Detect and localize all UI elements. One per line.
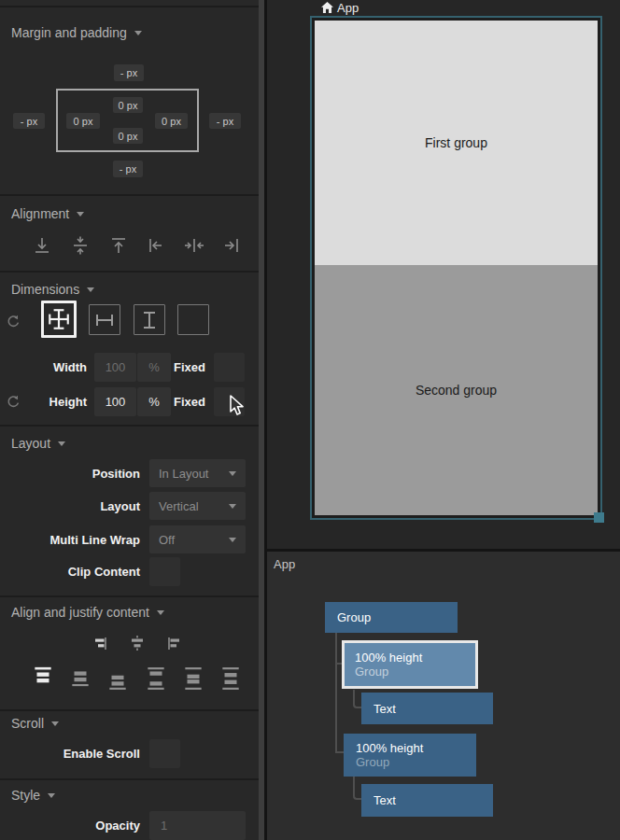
opacity-value: 1	[161, 819, 167, 833]
position-dropdown[interactable]: In Layout	[149, 459, 246, 487]
section-title: Dimensions	[11, 282, 79, 297]
justify-end-icon[interactable]	[92, 635, 108, 651]
height-fixed-label: Fixed	[174, 387, 211, 416]
width-value: 100	[106, 360, 126, 374]
height-unit-button[interactable]: %	[137, 387, 171, 416]
section-title: Margin and padding	[11, 25, 127, 40]
section-divider	[0, 425, 259, 427]
margin-top-value: - px	[120, 67, 137, 78]
opacity-input[interactable]: 1	[149, 811, 246, 840]
mouse-cursor	[229, 395, 246, 417]
first-group[interactable]: First group	[315, 21, 598, 265]
content-center-lines-icon[interactable]	[183, 666, 204, 691]
margin-right-value: - px	[217, 116, 233, 127]
width-input[interactable]: 100	[94, 353, 136, 382]
tree-connector	[335, 633, 337, 753]
margin-left-field[interactable]: - px	[13, 113, 45, 129]
padding-left-field[interactable]: 0 px	[66, 113, 100, 129]
canvas-breadcrumb[interactable]: App	[321, 1, 359, 15]
chevron-down-icon	[87, 287, 94, 292]
position-value: In Layout	[159, 467, 229, 481]
align-top-icon[interactable]	[108, 235, 129, 256]
align-left-icon[interactable]	[146, 235, 166, 256]
height-label: Height	[0, 387, 87, 416]
content-space-between-icon[interactable]	[146, 666, 166, 691]
chevron-down-icon	[229, 538, 236, 542]
dimension-mode-fill-both[interactable]	[41, 301, 77, 338]
section-header-style[interactable]: Style	[11, 788, 55, 803]
section-title: Style	[11, 788, 40, 803]
align-bottom-icon[interactable]	[32, 235, 52, 256]
section-divider	[0, 271, 259, 273]
opacity-label: Opacity	[0, 811, 140, 840]
layout-dropdown[interactable]: Vertical	[149, 492, 246, 520]
section-header-layout[interactable]: Layout	[11, 436, 65, 451]
section-title: Scroll	[11, 716, 44, 731]
align-horizontal-center-icon[interactable]	[184, 235, 204, 256]
dimension-mode-fill-none[interactable]	[177, 304, 209, 335]
section-divider	[0, 709, 259, 711]
node-title: 100% height	[356, 741, 476, 755]
multi-line-wrap-dropdown[interactable]: Off	[149, 525, 246, 553]
margin-bottom-value: - px	[120, 163, 136, 175]
clip-content-checkbox[interactable]	[149, 557, 180, 586]
padding-left-value: 0 px	[74, 116, 93, 127]
content-start-icon[interactable]	[33, 666, 53, 691]
section-header-scroll[interactable]: Scroll	[11, 716, 59, 731]
margin-right-field[interactable]: - px	[209, 113, 241, 129]
width-fixed-label: Fixed	[174, 353, 211, 382]
dimension-mode-fill-width[interactable]	[89, 304, 120, 335]
padding-right-field[interactable]: 0 px	[155, 113, 188, 129]
align-vertical-center-icon[interactable]	[70, 235, 91, 256]
outline-node-group[interactable]: Group	[325, 602, 458, 633]
width-fixed-checkbox[interactable]	[214, 353, 245, 382]
outline-node-text-2[interactable]: Text	[361, 784, 493, 817]
section-title: Layout	[11, 436, 50, 451]
chevron-down-icon	[58, 441, 65, 446]
layout-label: Layout	[0, 492, 140, 520]
section-header-margin-padding[interactable]: Margin and padding	[11, 25, 142, 40]
content-space-evenly-icon[interactable]	[220, 666, 241, 691]
content-end-icon[interactable]	[107, 666, 128, 691]
justify-center-icon[interactable]	[129, 635, 146, 651]
section-header-align-justify[interactable]: Align and justify content	[11, 605, 164, 620]
second-group[interactable]: Second group	[315, 265, 598, 515]
app-frame[interactable]: First group Second group	[310, 16, 602, 520]
tree-connector	[353, 776, 361, 800]
align-right-icon[interactable]	[221, 235, 242, 256]
justify-start-icon[interactable]	[166, 635, 183, 651]
outline-node-group-2[interactable]: 100% height Group	[344, 734, 476, 777]
padding-top-field[interactable]: 0 px	[113, 97, 143, 113]
second-group-label: Second group	[416, 383, 497, 398]
chevron-down-icon	[157, 610, 164, 615]
height-input[interactable]: 100	[94, 387, 136, 416]
content-center-icon[interactable]	[70, 666, 91, 691]
margin-top-field[interactable]: - px	[114, 64, 144, 81]
outline-root-label: App	[274, 557, 295, 571]
margin-left-value: - px	[21, 116, 37, 127]
width-unit-button[interactable]: %	[137, 353, 171, 382]
node-title: Group	[337, 610, 458, 624]
section-header-dimensions[interactable]: Dimensions	[11, 282, 94, 297]
outline-node-text[interactable]: Text	[361, 693, 493, 724]
chevron-down-icon	[77, 212, 84, 217]
tree-connector	[353, 690, 361, 708]
first-group-label: First group	[425, 135, 487, 150]
multi-line-wrap-label: Multi Line Wrap	[0, 525, 140, 553]
dimension-mode-fill-height[interactable]	[134, 304, 165, 335]
margin-bottom-field[interactable]: - px	[113, 161, 143, 177]
chevron-down-icon	[51, 721, 59, 726]
padding-bottom-field[interactable]: 0 px	[113, 128, 143, 144]
layout-value: Vertical	[159, 499, 229, 513]
enable-scroll-checkbox[interactable]	[149, 739, 180, 768]
padding-top-value: 0 px	[119, 100, 138, 111]
padding-bottom-value: 0 px	[119, 131, 138, 142]
inspector-panel: Margin and padding - px 0 px - px 0 px 0…	[0, 0, 259, 840]
height-value: 100	[106, 395, 126, 409]
section-header-alignment[interactable]: Alignment	[11, 206, 84, 221]
outline-node-group-selected[interactable]: 100% height Group	[342, 640, 478, 689]
tree-connector	[337, 751, 344, 753]
node-subtitle: Group	[355, 665, 475, 679]
resize-handle[interactable]	[594, 512, 604, 523]
reset-width-icon[interactable]	[6, 315, 21, 329]
